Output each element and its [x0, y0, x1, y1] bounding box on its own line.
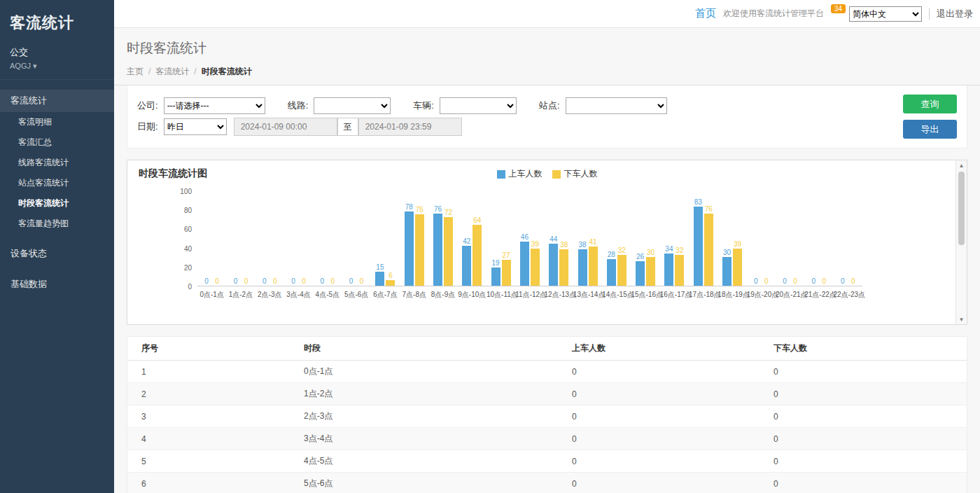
- bar-alighting[interactable]: 0: [213, 277, 222, 286]
- sidebar-item[interactable]: 时段客流统计: [0, 193, 114, 214]
- bar-boarding[interactable]: 42: [462, 237, 471, 286]
- bar-alighting[interactable]: 0: [241, 277, 251, 286]
- bar-boarding[interactable]: 0: [318, 277, 327, 286]
- bar-boarding[interactable]: 0: [346, 277, 356, 286]
- date-from-input[interactable]: [234, 118, 337, 136]
- bar[interactable]: [694, 207, 703, 286]
- bar[interactable]: [415, 214, 424, 286]
- table-row[interactable]: 32点-3点00: [127, 405, 967, 428]
- table-row[interactable]: 65点-6点00: [127, 473, 967, 493]
- bar[interactable]: [405, 211, 414, 286]
- bar-boarding[interactable]: 0: [289, 277, 298, 286]
- bar[interactable]: [444, 217, 453, 286]
- bar-alighting[interactable]: 0: [270, 277, 279, 286]
- bar[interactable]: [549, 244, 558, 286]
- bar[interactable]: [433, 214, 442, 286]
- bar-alighting[interactable]: 32: [617, 246, 626, 286]
- export-button[interactable]: 导出: [903, 120, 957, 139]
- sidebar-section[interactable]: 设备状态: [0, 242, 114, 265]
- bar-alighting[interactable]: 30: [646, 249, 655, 286]
- bar-boarding[interactable]: 46: [520, 233, 529, 286]
- bar-alighting[interactable]: 39: [733, 240, 742, 286]
- legend-item[interactable]: 上车人数: [497, 168, 542, 180]
- bar[interactable]: [491, 268, 500, 286]
- bar[interactable]: [520, 242, 529, 286]
- bar-boarding[interactable]: 0: [838, 277, 847, 286]
- bar-boarding[interactable]: 0: [202, 277, 211, 286]
- sidebar-item[interactable]: 站点客流统计: [0, 173, 114, 193]
- date-preset-select[interactable]: 昨日: [164, 118, 227, 135]
- bar[interactable]: [636, 261, 645, 286]
- bar-boarding[interactable]: 0: [780, 277, 790, 286]
- bar[interactable]: [589, 246, 598, 286]
- bar-alighting[interactable]: 72: [444, 209, 453, 286]
- station-select[interactable]: [566, 97, 667, 114]
- bar-boarding[interactable]: 19: [491, 259, 500, 286]
- chart-scrollbar[interactable]: ▲ ▼: [955, 160, 967, 324]
- bar[interactable]: [607, 259, 616, 286]
- bar-alighting[interactable]: 32: [675, 246, 684, 286]
- org-switcher[interactable]: AQGJ ▾: [10, 62, 104, 71]
- bar[interactable]: [646, 257, 655, 286]
- bar[interactable]: [386, 280, 395, 286]
- bar[interactable]: [617, 255, 626, 286]
- bar[interactable]: [375, 272, 384, 286]
- bar-alighting[interactable]: 27: [502, 251, 511, 286]
- bar[interactable]: [462, 246, 471, 286]
- sidebar-section[interactable]: 基础数据: [0, 273, 114, 296]
- bar-alighting[interactable]: 0: [762, 277, 771, 286]
- bar-alighting[interactable]: 0: [791, 277, 800, 286]
- bar-alighting[interactable]: 0: [328, 277, 337, 286]
- bar-alighting[interactable]: 64: [472, 216, 482, 286]
- bar-alighting[interactable]: 0: [357, 277, 366, 286]
- bar-boarding[interactable]: 30: [722, 249, 732, 286]
- bar[interactable]: [733, 249, 742, 286]
- bar-alighting[interactable]: 76: [704, 205, 713, 286]
- bar-boarding[interactable]: 44: [549, 235, 558, 286]
- bar[interactable]: [578, 249, 587, 286]
- home-link[interactable]: 首页: [695, 7, 716, 20]
- bar-boarding[interactable]: 26: [636, 253, 645, 286]
- bar-boarding[interactable]: 0: [260, 277, 269, 286]
- table-row[interactable]: 21点-2点00: [127, 383, 967, 405]
- scroll-down-icon[interactable]: ▼: [959, 314, 965, 324]
- vehicle-select[interactable]: [440, 97, 517, 114]
- legend-item[interactable]: 下车人数: [552, 168, 598, 180]
- bar-boarding[interactable]: 83: [694, 198, 703, 286]
- notification-badge[interactable]: 34: [831, 4, 846, 13]
- scrollbar-track[interactable]: [956, 170, 967, 314]
- bar-alighting[interactable]: 0: [848, 277, 858, 286]
- table-row[interactable]: 10点-1点00: [127, 361, 967, 383]
- date-to-input[interactable]: [358, 118, 462, 136]
- query-button[interactable]: 查询: [903, 95, 957, 113]
- bar-boarding[interactable]: 34: [664, 245, 673, 286]
- sidebar-item[interactable]: 客流明细: [0, 112, 114, 132]
- bar-alighting[interactable]: 6: [386, 272, 395, 286]
- bar-boarding[interactable]: 38: [578, 241, 587, 286]
- table-row[interactable]: 43点-4点00: [127, 428, 967, 450]
- bar[interactable]: [559, 249, 568, 286]
- bar-alighting[interactable]: 39: [531, 240, 540, 286]
- breadcrumb-item[interactable]: 客流统计: [155, 67, 189, 76]
- bar[interactable]: [531, 249, 540, 286]
- bar[interactable]: [722, 257, 732, 286]
- logout-link[interactable]: 退出登录: [937, 8, 973, 20]
- language-select[interactable]: 简体中文: [849, 6, 922, 22]
- bar-alighting[interactable]: 75: [415, 206, 424, 286]
- bar-alighting[interactable]: 0: [300, 277, 309, 286]
- sidebar-item[interactable]: 客流量趋势图: [0, 214, 114, 234]
- bar[interactable]: [675, 255, 684, 286]
- bar[interactable]: [472, 225, 482, 286]
- bar[interactable]: [502, 260, 511, 286]
- bar-boarding[interactable]: 0: [751, 277, 760, 286]
- bar-boarding[interactable]: 0: [231, 277, 240, 286]
- bar[interactable]: [664, 254, 673, 286]
- bar-alighting[interactable]: 41: [589, 238, 598, 286]
- table-row[interactable]: 54点-5点00: [127, 450, 967, 473]
- bar-boarding[interactable]: 28: [607, 251, 616, 286]
- bar[interactable]: [704, 214, 713, 286]
- sidebar-item[interactable]: 线路客流统计: [0, 153, 114, 173]
- bar-boarding[interactable]: 0: [809, 277, 818, 286]
- bar-alighting[interactable]: 0: [820, 277, 829, 286]
- bar-boarding[interactable]: 76: [433, 205, 442, 286]
